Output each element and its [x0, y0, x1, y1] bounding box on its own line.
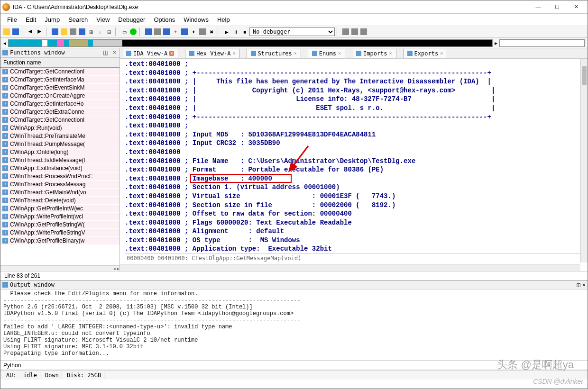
toolbar-icon[interactable]: [341, 27, 350, 36]
nav-address-input[interactable]: [499, 39, 585, 47]
tab-close-icon[interactable]: ×: [389, 51, 392, 56]
nav-right-icon[interactable]: ▸: [495, 40, 497, 46]
function-list-item[interactable]: fCWinThread::IsIdleMessage(t: [0, 156, 119, 164]
menu-help[interactable]: Help: [213, 15, 234, 25]
menu-windows[interactable]: Windows: [180, 15, 212, 25]
save-icon[interactable]: [11, 27, 20, 36]
function-list-item[interactable]: fCCmdTarget::GetExtraConne: [0, 108, 119, 116]
toolbar-icon[interactable]: [350, 27, 359, 36]
menu-options[interactable]: Options: [150, 15, 179, 25]
back-icon[interactable]: ⯇: [27, 27, 35, 36]
tab-close-icon[interactable]: ×: [338, 51, 341, 56]
toolbar-icon[interactable]: [60, 27, 68, 36]
delete-icon[interactable]: ✖: [207, 27, 216, 36]
function-list-item[interactable]: fCWinApp::WriteProfileInt(wcl: [0, 213, 119, 221]
toolbar-icon[interactable]: ▭: [120, 27, 129, 36]
tab-imports[interactable]: Imports×: [352, 49, 396, 58]
tab-close-icon[interactable]: ×: [294, 51, 297, 56]
status-disk: Disk: 25GB: [64, 372, 104, 379]
close-panel-button[interactable]: ×: [111, 49, 118, 56]
menu-edit[interactable]: Edit: [22, 15, 40, 25]
toolbar-icon[interactable]: [69, 27, 77, 36]
pause-icon[interactable]: ⏸: [231, 27, 240, 36]
toolbar-icon[interactable]: [153, 27, 162, 36]
function-list-item[interactable]: fCWinApp::OnIdle(long): [0, 148, 119, 156]
function-list-item[interactable]: fCWinThread::GetMainWnd(vo: [0, 189, 119, 197]
tab-close-icon[interactable]: ×: [169, 51, 174, 56]
functions-panel-header: Functions window ◫ ×: [0, 48, 119, 57]
function-list-item[interactable]: fCCmdTarget::GetEventSinkM: [0, 84, 119, 92]
toolbar-icon[interactable]: [129, 27, 138, 36]
tab-enums[interactable]: Enums×: [308, 49, 345, 58]
function-list-item[interactable]: fCWinApp::Run(void): [0, 124, 119, 132]
plus-icon[interactable]: ＋: [171, 27, 180, 36]
menu-file[interactable]: File: [3, 15, 21, 25]
toolbar-icon[interactable]: [359, 27, 368, 36]
menu-search[interactable]: Search: [64, 15, 92, 25]
function-list-item[interactable]: fCWinThread::ProcessMessag: [0, 181, 119, 189]
function-list-item[interactable]: fCWinThread::Delete(void): [0, 197, 119, 205]
menu-jump[interactable]: Jump: [41, 15, 64, 25]
function-icon: f: [2, 149, 8, 155]
status-down: Down: [42, 372, 62, 379]
close-button[interactable]: ✕: [567, 1, 586, 13]
stop-icon[interactable]: ■: [240, 27, 249, 36]
function-name: CWinThread::ProcessMessag: [10, 181, 85, 188]
debugger-select[interactable]: No debugger: [249, 27, 335, 36]
horizontal-scrollbar[interactable]: [120, 264, 580, 271]
function-icon: f: [2, 125, 8, 131]
toolbar-icon[interactable]: [198, 27, 207, 36]
toolbar-icon[interactable]: [144, 27, 153, 36]
down-icon[interactable]: ↓: [96, 27, 104, 36]
function-icon: f: [2, 198, 8, 203]
toolbar-icon[interactable]: [162, 27, 171, 36]
star-icon[interactable]: ✦: [189, 27, 198, 36]
function-name: CWinApp::GetProfileBinary(w: [10, 237, 84, 244]
toolbar-icon[interactable]: [78, 27, 86, 36]
toolbar-icon[interactable]: ⊟: [105, 27, 113, 36]
menu-debugger[interactable]: Debugger: [114, 15, 149, 25]
tab-exports[interactable]: Exports×: [403, 49, 448, 58]
tab-ida-view-a[interactable]: IDA View-A×: [122, 49, 178, 58]
function-list-item[interactable]: fCCmdTarget::GetInterfaceHo: [0, 100, 119, 108]
output-view[interactable]: Please check the Edit/Plugins menu for m…: [0, 289, 588, 361]
function-list-item[interactable]: fCWinApp::WriteProfileStringV: [0, 229, 119, 237]
tab-structures[interactable]: Structures×: [247, 49, 301, 58]
disassembly-view[interactable]: .text:00401000 ;.text:00401000 ; +------…: [120, 59, 588, 271]
open-icon[interactable]: [2, 27, 11, 36]
toolbar-icon[interactable]: [51, 27, 59, 36]
play-icon[interactable]: ▶: [222, 27, 231, 36]
functions-list[interactable]: fCCmdTarget::GetConnectionIfCCmdTarget::…: [0, 68, 119, 264]
tab-close-icon[interactable]: ×: [440, 51, 443, 56]
undock-button[interactable]: ◫: [577, 281, 580, 288]
tab-close-icon[interactable]: ×: [233, 51, 236, 56]
close-panel-button[interactable]: ×: [582, 281, 586, 288]
function-list-item[interactable]: fCWinThread::ProcessWndProcE: [0, 172, 119, 181]
function-name: CCmdTarget::GetExtraConne: [10, 109, 84, 115]
disasm-line: .text:00401000 ; OS type : MS Windows: [125, 236, 588, 245]
function-list-item[interactable]: fCCmdTarget::GetInterfaceMa: [0, 76, 119, 84]
menu-view[interactable]: View: [92, 15, 113, 25]
function-list-item[interactable]: fCWinApp::GetProfileIntW(wc: [0, 205, 119, 213]
function-list-item[interactable]: fCWinApp::ExitInstance(void): [0, 164, 119, 172]
function-list-item[interactable]: fCWinApp::GetProfileStringW(: [0, 221, 119, 229]
function-list-item[interactable]: fCCmdTarget::GetConnectionI: [0, 116, 119, 124]
functions-column-header[interactable]: Function name: [0, 57, 119, 68]
toolbar-icon[interactable]: ⊞: [87, 27, 95, 36]
maximize-button[interactable]: ☐: [548, 1, 567, 13]
undock-button[interactable]: ◫: [101, 49, 110, 56]
nav-overview[interactable]: [8, 39, 493, 47]
function-list-item[interactable]: fCWinApp::GetProfileBinary(w: [0, 237, 119, 245]
function-list-item[interactable]: fCWinThread::PumpMessage(: [0, 140, 119, 148]
vertical-scrollbar[interactable]: [580, 59, 588, 262]
function-list-item[interactable]: fCWinThread::PreTranslateMe: [0, 132, 119, 140]
function-list-item[interactable]: fCCmdTarget::GetConnectionI: [0, 68, 119, 76]
python-input[interactable]: [24, 361, 588, 370]
function-list-item[interactable]: fCCmdTarget::OnCreateAggre: [0, 92, 119, 100]
status-bar: AU: idle Down Disk: 25GB: [0, 370, 588, 380]
nav-left-icon[interactable]: ◂: [3, 40, 6, 46]
minimize-button[interactable]: —: [529, 1, 548, 13]
tab-hex-view-a[interactable]: Hex View-A×: [185, 49, 239, 58]
toolbar-icon[interactable]: [180, 27, 189, 36]
forward-icon[interactable]: ⯈: [36, 27, 44, 36]
